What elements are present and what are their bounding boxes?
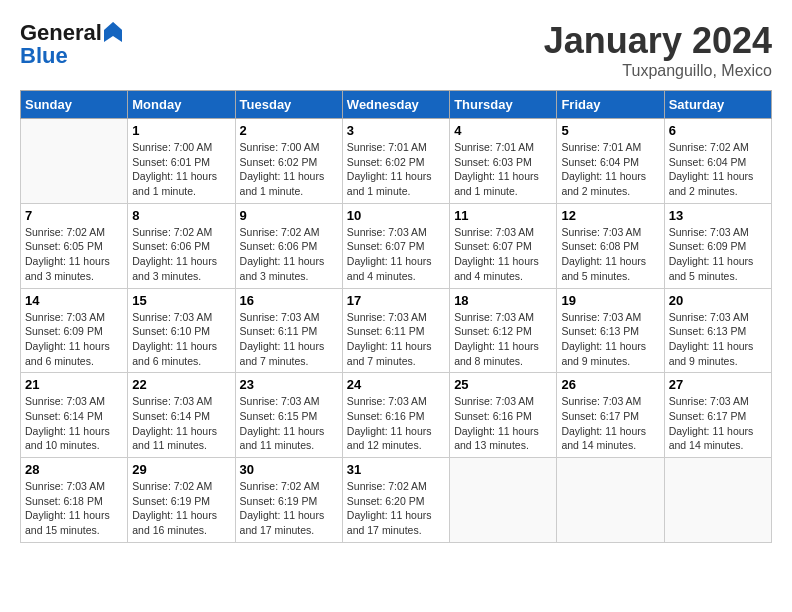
day-info: Sunrise: 7:03 AM Sunset: 6:12 PM Dayligh… [454, 310, 552, 369]
day-info: Sunrise: 7:03 AM Sunset: 6:17 PM Dayligh… [561, 394, 659, 453]
day-cell: 21Sunrise: 7:03 AM Sunset: 6:14 PM Dayli… [21, 373, 128, 458]
page-header: General Blue January 2024 Tuxpanguillo, … [20, 20, 772, 80]
day-number: 12 [561, 208, 659, 223]
day-number: 3 [347, 123, 445, 138]
day-cell: 9Sunrise: 7:02 AM Sunset: 6:06 PM Daylig… [235, 203, 342, 288]
day-cell: 5Sunrise: 7:01 AM Sunset: 6:04 PM Daylig… [557, 119, 664, 204]
day-info: Sunrise: 7:03 AM Sunset: 6:16 PM Dayligh… [454, 394, 552, 453]
day-info: Sunrise: 7:02 AM Sunset: 6:06 PM Dayligh… [132, 225, 230, 284]
day-number: 31 [347, 462, 445, 477]
day-number: 11 [454, 208, 552, 223]
header-cell-tuesday: Tuesday [235, 91, 342, 119]
header-row: SundayMondayTuesdayWednesdayThursdayFrid… [21, 91, 772, 119]
day-cell: 18Sunrise: 7:03 AM Sunset: 6:12 PM Dayli… [450, 288, 557, 373]
day-info: Sunrise: 7:03 AM Sunset: 6:16 PM Dayligh… [347, 394, 445, 453]
day-info: Sunrise: 7:03 AM Sunset: 6:13 PM Dayligh… [669, 310, 767, 369]
day-cell: 30Sunrise: 7:02 AM Sunset: 6:19 PM Dayli… [235, 458, 342, 543]
day-number: 29 [132, 462, 230, 477]
day-cell: 10Sunrise: 7:03 AM Sunset: 6:07 PM Dayli… [342, 203, 449, 288]
day-number: 7 [25, 208, 123, 223]
day-info: Sunrise: 7:02 AM Sunset: 6:20 PM Dayligh… [347, 479, 445, 538]
day-cell: 26Sunrise: 7:03 AM Sunset: 6:17 PM Dayli… [557, 373, 664, 458]
day-info: Sunrise: 7:03 AM Sunset: 6:09 PM Dayligh… [25, 310, 123, 369]
day-cell: 17Sunrise: 7:03 AM Sunset: 6:11 PM Dayli… [342, 288, 449, 373]
week-row-2: 7Sunrise: 7:02 AM Sunset: 6:05 PM Daylig… [21, 203, 772, 288]
week-row-5: 28Sunrise: 7:03 AM Sunset: 6:18 PM Dayli… [21, 458, 772, 543]
day-number: 19 [561, 293, 659, 308]
logo-icon [104, 22, 122, 42]
header-cell-monday: Monday [128, 91, 235, 119]
day-info: Sunrise: 7:03 AM Sunset: 6:14 PM Dayligh… [132, 394, 230, 453]
header-cell-sunday: Sunday [21, 91, 128, 119]
day-cell: 7Sunrise: 7:02 AM Sunset: 6:05 PM Daylig… [21, 203, 128, 288]
week-row-1: 1Sunrise: 7:00 AM Sunset: 6:01 PM Daylig… [21, 119, 772, 204]
day-number: 23 [240, 377, 338, 392]
day-cell [450, 458, 557, 543]
day-cell: 31Sunrise: 7:02 AM Sunset: 6:20 PM Dayli… [342, 458, 449, 543]
calendar-body: 1Sunrise: 7:00 AM Sunset: 6:01 PM Daylig… [21, 119, 772, 543]
day-info: Sunrise: 7:00 AM Sunset: 6:01 PM Dayligh… [132, 140, 230, 199]
day-info: Sunrise: 7:03 AM Sunset: 6:10 PM Dayligh… [132, 310, 230, 369]
day-cell: 28Sunrise: 7:03 AM Sunset: 6:18 PM Dayli… [21, 458, 128, 543]
day-number: 17 [347, 293, 445, 308]
day-number: 5 [561, 123, 659, 138]
day-number: 14 [25, 293, 123, 308]
day-cell: 6Sunrise: 7:02 AM Sunset: 6:04 PM Daylig… [664, 119, 771, 204]
calendar-table: SundayMondayTuesdayWednesdayThursdayFrid… [20, 90, 772, 543]
header-cell-friday: Friday [557, 91, 664, 119]
day-cell: 2Sunrise: 7:00 AM Sunset: 6:02 PM Daylig… [235, 119, 342, 204]
day-info: Sunrise: 7:03 AM Sunset: 6:13 PM Dayligh… [561, 310, 659, 369]
week-row-3: 14Sunrise: 7:03 AM Sunset: 6:09 PM Dayli… [21, 288, 772, 373]
day-cell: 19Sunrise: 7:03 AM Sunset: 6:13 PM Dayli… [557, 288, 664, 373]
week-row-4: 21Sunrise: 7:03 AM Sunset: 6:14 PM Dayli… [21, 373, 772, 458]
day-cell: 8Sunrise: 7:02 AM Sunset: 6:06 PM Daylig… [128, 203, 235, 288]
day-info: Sunrise: 7:03 AM Sunset: 6:14 PM Dayligh… [25, 394, 123, 453]
day-cell: 4Sunrise: 7:01 AM Sunset: 6:03 PM Daylig… [450, 119, 557, 204]
day-number: 16 [240, 293, 338, 308]
day-info: Sunrise: 7:01 AM Sunset: 6:03 PM Dayligh… [454, 140, 552, 199]
header-cell-thursday: Thursday [450, 91, 557, 119]
day-number: 2 [240, 123, 338, 138]
day-info: Sunrise: 7:03 AM Sunset: 6:07 PM Dayligh… [454, 225, 552, 284]
day-number: 9 [240, 208, 338, 223]
day-cell: 1Sunrise: 7:00 AM Sunset: 6:01 PM Daylig… [128, 119, 235, 204]
day-info: Sunrise: 7:03 AM Sunset: 6:08 PM Dayligh… [561, 225, 659, 284]
day-number: 10 [347, 208, 445, 223]
day-cell: 27Sunrise: 7:03 AM Sunset: 6:17 PM Dayli… [664, 373, 771, 458]
day-cell [664, 458, 771, 543]
day-number: 27 [669, 377, 767, 392]
day-info: Sunrise: 7:01 AM Sunset: 6:02 PM Dayligh… [347, 140, 445, 199]
day-info: Sunrise: 7:03 AM Sunset: 6:17 PM Dayligh… [669, 394, 767, 453]
day-cell: 11Sunrise: 7:03 AM Sunset: 6:07 PM Dayli… [450, 203, 557, 288]
day-cell: 16Sunrise: 7:03 AM Sunset: 6:11 PM Dayli… [235, 288, 342, 373]
day-cell [21, 119, 128, 204]
day-cell: 20Sunrise: 7:03 AM Sunset: 6:13 PM Dayli… [664, 288, 771, 373]
day-info: Sunrise: 7:02 AM Sunset: 6:04 PM Dayligh… [669, 140, 767, 199]
day-number: 25 [454, 377, 552, 392]
day-cell: 23Sunrise: 7:03 AM Sunset: 6:15 PM Dayli… [235, 373, 342, 458]
day-cell: 15Sunrise: 7:03 AM Sunset: 6:10 PM Dayli… [128, 288, 235, 373]
day-info: Sunrise: 7:02 AM Sunset: 6:19 PM Dayligh… [240, 479, 338, 538]
day-info: Sunrise: 7:01 AM Sunset: 6:04 PM Dayligh… [561, 140, 659, 199]
header-cell-saturday: Saturday [664, 91, 771, 119]
day-number: 18 [454, 293, 552, 308]
day-cell [557, 458, 664, 543]
logo: General Blue [20, 20, 122, 69]
day-info: Sunrise: 7:03 AM Sunset: 6:07 PM Dayligh… [347, 225, 445, 284]
day-info: Sunrise: 7:02 AM Sunset: 6:05 PM Dayligh… [25, 225, 123, 284]
month-title: January 2024 [544, 20, 772, 62]
day-info: Sunrise: 7:03 AM Sunset: 6:09 PM Dayligh… [669, 225, 767, 284]
day-number: 4 [454, 123, 552, 138]
header-cell-wednesday: Wednesday [342, 91, 449, 119]
day-cell: 25Sunrise: 7:03 AM Sunset: 6:16 PM Dayli… [450, 373, 557, 458]
day-cell: 24Sunrise: 7:03 AM Sunset: 6:16 PM Dayli… [342, 373, 449, 458]
day-cell: 3Sunrise: 7:01 AM Sunset: 6:02 PM Daylig… [342, 119, 449, 204]
day-number: 20 [669, 293, 767, 308]
day-number: 21 [25, 377, 123, 392]
day-info: Sunrise: 7:03 AM Sunset: 6:18 PM Dayligh… [25, 479, 123, 538]
day-cell: 29Sunrise: 7:02 AM Sunset: 6:19 PM Dayli… [128, 458, 235, 543]
day-info: Sunrise: 7:00 AM Sunset: 6:02 PM Dayligh… [240, 140, 338, 199]
location-subtitle: Tuxpanguillo, Mexico [544, 62, 772, 80]
day-number: 22 [132, 377, 230, 392]
day-cell: 14Sunrise: 7:03 AM Sunset: 6:09 PM Dayli… [21, 288, 128, 373]
